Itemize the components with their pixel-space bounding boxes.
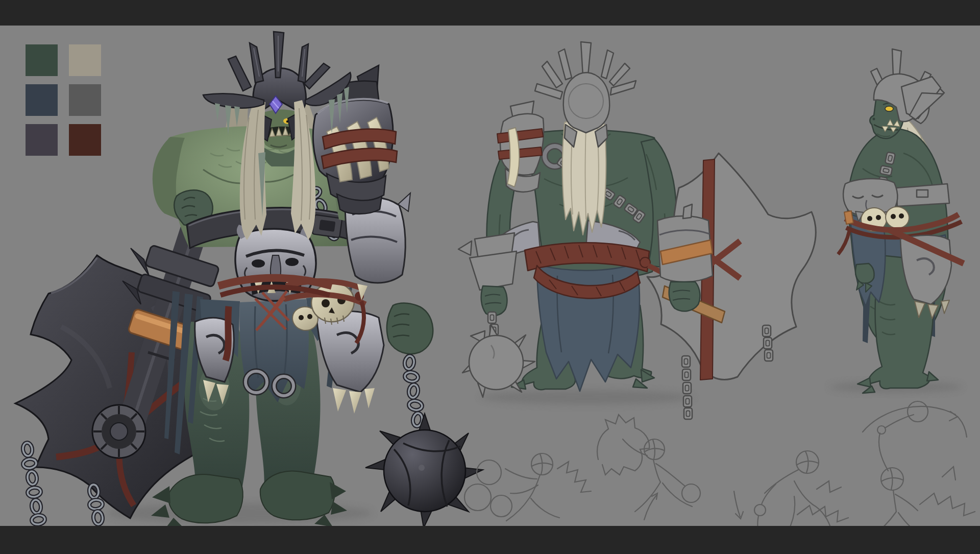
palette-swatch-green	[26, 44, 58, 76]
axe-boss	[92, 405, 145, 458]
sketch-pose-1	[464, 453, 591, 521]
palette-swatch-gray	[69, 84, 101, 116]
flat-front-figure	[458, 42, 816, 419]
side-copper-clasp	[844, 211, 853, 224]
letterbox-top	[0, 0, 980, 26]
palette-swatch-beige	[69, 44, 101, 76]
flat-side-figure	[838, 49, 964, 393]
concept-art-canvas	[0, 0, 980, 554]
flat-flail	[458, 233, 535, 397]
sketch-pose-4	[863, 401, 975, 537]
arrow-down	[734, 491, 743, 519]
letterbox-bottom	[0, 526, 980, 554]
sketch-pose-2	[597, 415, 700, 520]
palette-swatch-blue	[26, 84, 58, 116]
concept-art-board	[0, 0, 980, 554]
palette-swatch-purple	[26, 124, 58, 156]
flail-ball	[365, 414, 483, 528]
color-palette	[26, 44, 101, 156]
palette-swatch-maroon	[69, 124, 101, 156]
flail-chain	[404, 355, 423, 427]
